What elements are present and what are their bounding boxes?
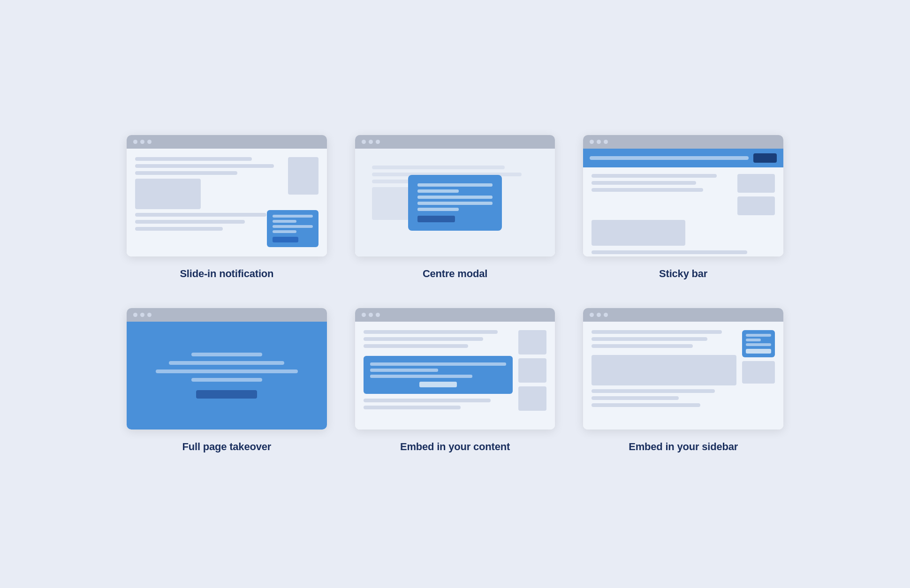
- mline: [417, 202, 493, 205]
- browser-content-5: [355, 322, 555, 430]
- card-label-sticky-bar: Sticky bar: [659, 268, 707, 280]
- line: [135, 164, 274, 168]
- browser-dot: [133, 140, 137, 144]
- fbtn: [196, 390, 257, 399]
- line: [592, 344, 693, 348]
- browser-dot: [140, 313, 144, 317]
- sbtn: [753, 153, 777, 163]
- browser-content-1: [127, 149, 327, 256]
- browser-content-2: [355, 149, 555, 256]
- line: [592, 403, 700, 407]
- browser-dot: [369, 140, 373, 144]
- line: [135, 171, 237, 175]
- fline: [169, 361, 284, 365]
- card-full-page-takeover[interactable]: Full page takeover: [127, 308, 327, 453]
- line: [592, 250, 747, 254]
- fline: [156, 369, 298, 373]
- browser-dot: [597, 140, 601, 144]
- card-label-full-page-takeover: Full page takeover: [182, 441, 272, 453]
- block: [737, 196, 775, 215]
- nbtn: [273, 237, 298, 242]
- c6-main: [592, 330, 736, 421]
- browser-window-5: [355, 308, 555, 430]
- browser-bar-1: [127, 135, 327, 149]
- block: [518, 358, 546, 383]
- c3-page-content: [592, 174, 775, 256]
- c1-left: [135, 157, 281, 234]
- browser-window-1: [127, 135, 327, 256]
- browser-content-4: [127, 322, 327, 430]
- browser-bar-6: [583, 308, 783, 322]
- nline: [273, 220, 297, 223]
- line: [135, 227, 223, 231]
- browser-window-2: [355, 135, 555, 256]
- browser-dot: [590, 313, 594, 317]
- mbtn: [417, 216, 455, 222]
- block: [518, 330, 546, 354]
- card-label-slide-in-notification: Slide-in notification: [180, 268, 273, 280]
- card-sticky-bar[interactable]: Sticky bar: [583, 135, 783, 280]
- card-label-centre-modal: Centre modal: [423, 268, 487, 280]
- browser-window-6: [583, 308, 783, 430]
- browser-dot: [362, 313, 366, 317]
- line: [592, 174, 717, 178]
- line: [592, 330, 722, 334]
- line: [364, 399, 491, 402]
- block: [288, 157, 318, 195]
- c5-right: [518, 330, 546, 421]
- mline: [417, 189, 459, 193]
- embedded-widget: [364, 356, 513, 394]
- browser-dot: [362, 140, 366, 144]
- line: [364, 330, 498, 334]
- card-slide-in-notification[interactable]: Slide-in notification: [127, 135, 327, 280]
- browser-dot: [604, 313, 608, 317]
- card-centre-modal[interactable]: Centre modal: [355, 135, 555, 280]
- line: [364, 344, 468, 348]
- browser-bar-2: [355, 135, 555, 149]
- browser-bar-4: [127, 308, 327, 322]
- browser-dot: [147, 313, 152, 317]
- browser-dot: [604, 140, 608, 144]
- browser-dot: [597, 313, 601, 317]
- line: [135, 213, 266, 217]
- browser-bar-5: [355, 308, 555, 322]
- browser-content-6: [583, 322, 783, 430]
- card-embed-in-content[interactable]: Embed in your content: [355, 308, 555, 453]
- card-label-embed-in-content: Embed in your content: [400, 441, 510, 453]
- browser-dot: [369, 313, 373, 317]
- sidebar-embedded-widget: [742, 330, 775, 357]
- sticky-bar-element: [583, 149, 783, 167]
- line: [592, 389, 714, 393]
- line: [592, 188, 703, 192]
- line: [364, 406, 461, 409]
- nline: [273, 225, 313, 228]
- c6-layout: [592, 330, 775, 421]
- c5-main: [364, 330, 513, 421]
- line: [592, 181, 696, 185]
- block: [135, 179, 201, 209]
- card-embed-in-sidebar[interactable]: Embed in your sidebar: [583, 308, 783, 453]
- line: [592, 396, 678, 400]
- nline: [273, 215, 313, 218]
- browser-window-4: [127, 308, 327, 430]
- browser-window-3: [583, 135, 783, 256]
- sidebar-block: [742, 361, 775, 384]
- browser-dot: [376, 313, 380, 317]
- browser-dot: [376, 140, 380, 144]
- eline: [370, 375, 472, 378]
- eline: [370, 362, 507, 366]
- layout-grid: Slide-in notification: [127, 135, 783, 453]
- right-blocks: [737, 174, 775, 215]
- browser-dot: [147, 140, 152, 144]
- card-label-embed-in-sidebar: Embed in your sidebar: [629, 441, 738, 453]
- seline: [746, 343, 771, 346]
- c5-layout: [364, 330, 547, 421]
- block: [518, 386, 546, 411]
- seline: [746, 339, 761, 341]
- c6-sidebar: [742, 330, 775, 421]
- eline: [370, 369, 438, 372]
- block: [737, 174, 775, 193]
- line: [592, 337, 707, 341]
- line: [135, 157, 252, 161]
- modal-overlay: [355, 149, 555, 256]
